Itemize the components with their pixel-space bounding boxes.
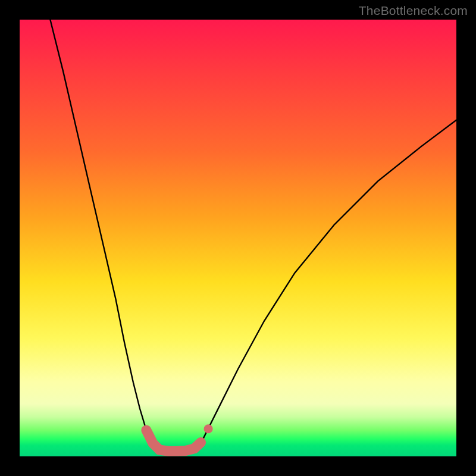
chart-curves (20, 20, 456, 456)
watermark-label: TheBottleneck.com (359, 4, 468, 18)
curve-highlight (146, 430, 201, 451)
curve-main (50, 20, 456, 451)
highlight-dot-icon (204, 424, 213, 433)
chart-frame: TheBottleneck.com (0, 0, 476, 476)
